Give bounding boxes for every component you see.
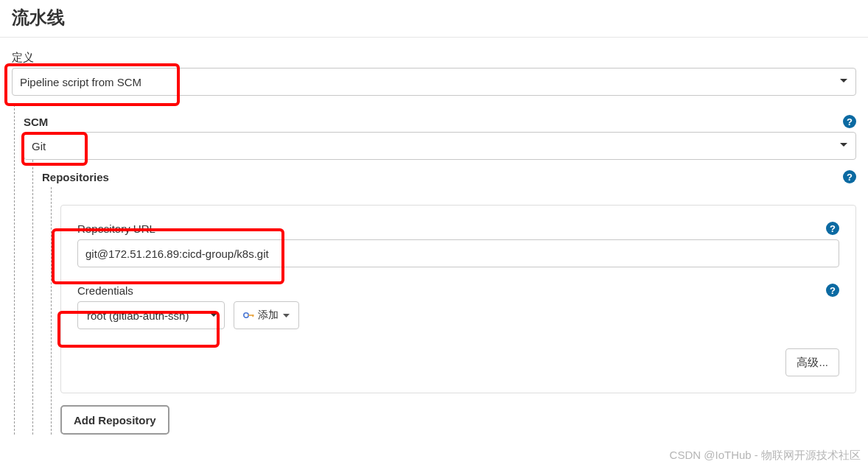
repository-box: Repository URL ? Credentials ? bbox=[60, 205, 856, 393]
add-repository-button[interactable]: Add Repository bbox=[60, 405, 169, 435]
caret-down-icon bbox=[283, 309, 290, 321]
credentials-value-text: root (gitlab-auth-ssh) bbox=[87, 309, 189, 322]
definition-label: 定义 bbox=[12, 51, 856, 65]
add-credentials-label: 添加 bbox=[258, 309, 279, 322]
help-icon[interactable]: ? bbox=[826, 284, 839, 297]
watermark-text: CSDN @IoTHub - 物联网开源技术社区 bbox=[670, 449, 861, 463]
pipeline-config: 定义 Pipeline script from SCM SCM ? Git Re… bbox=[0, 38, 868, 435]
help-icon[interactable]: ? bbox=[843, 170, 856, 183]
credentials-select[interactable]: root (gitlab-auth-ssh) bbox=[77, 301, 225, 329]
help-icon[interactable]: ? bbox=[826, 222, 839, 235]
credentials-label: Credentials bbox=[77, 284, 133, 297]
page-title: 流水线 bbox=[0, 0, 868, 38]
advanced-button[interactable]: 高级... bbox=[785, 348, 839, 376]
add-credentials-button[interactable]: 添加 bbox=[234, 301, 299, 329]
svg-rect-2 bbox=[253, 315, 254, 317]
scm-value-text: Git bbox=[32, 140, 46, 152]
key-icon bbox=[243, 310, 253, 320]
chevron-down-icon bbox=[839, 141, 848, 152]
svg-point-0 bbox=[244, 313, 248, 317]
scm-label-row: SCM ? bbox=[24, 115, 856, 128]
repository-url-input[interactable] bbox=[77, 239, 839, 267]
help-icon[interactable]: ? bbox=[843, 115, 856, 128]
scm-select[interactable]: Git bbox=[24, 132, 856, 160]
repositories-label-row: Repositories ? bbox=[42, 170, 856, 183]
scm-label: SCM bbox=[24, 116, 48, 128]
chevron-down-icon bbox=[209, 309, 218, 322]
chevron-down-icon bbox=[839, 77, 848, 88]
repositories-label: Repositories bbox=[42, 171, 109, 183]
definition-value-text: Pipeline script from SCM bbox=[20, 76, 141, 88]
repository-url-label: Repository URL bbox=[77, 222, 155, 235]
definition-select[interactable]: Pipeline script from SCM bbox=[12, 68, 856, 96]
